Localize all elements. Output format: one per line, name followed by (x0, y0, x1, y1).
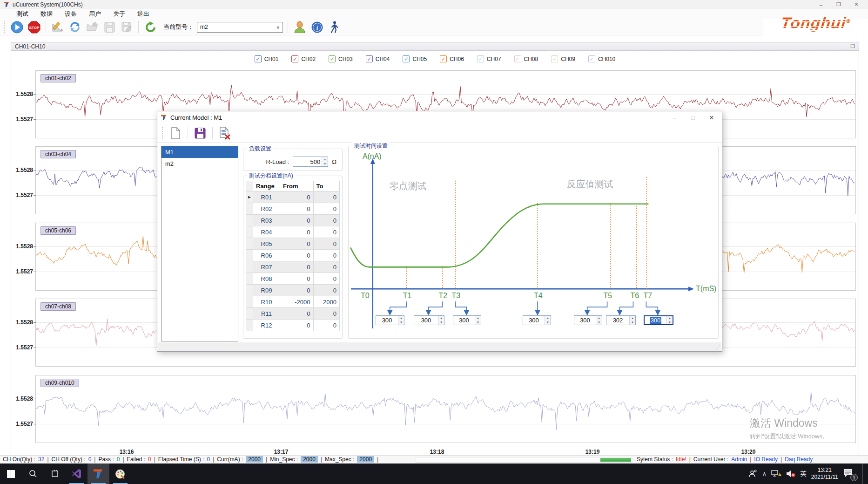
notification-center-button[interactable]: 1 (843, 468, 855, 479)
save-model-button[interactable] (193, 126, 207, 140)
edit-config-button[interactable] (51, 20, 65, 34)
rload-spin-arrows[interactable]: ▲ ▼ (322, 157, 328, 166)
model-list-item-m2[interactable]: m2 (161, 158, 238, 170)
refresh-button[interactable] (68, 20, 82, 34)
activation-watermark: 激活 Windows 转到“设置”以激活 Windows。 (750, 416, 828, 441)
spin-arrows[interactable]: ▲▼ (475, 316, 481, 325)
model-dropdown[interactable]: m2 ∨ (197, 22, 283, 33)
dialog-close-button[interactable]: ✕ (702, 111, 721, 123)
spin-up-icon: ▲ (398, 316, 404, 320)
timer-spinner-3[interactable]: 300▲▼ (453, 315, 481, 325)
ime-indicator[interactable]: 英 (801, 470, 807, 478)
menu-item-用户[interactable]: 用户 (83, 9, 107, 19)
range-row-R01[interactable]: ►R0100 (246, 191, 340, 203)
dialog-maximize-button[interactable]: □ (684, 111, 702, 123)
channel-checkbox-CH09[interactable]: ✓CH09 (551, 55, 575, 62)
spin-up-icon: ▲ (475, 316, 481, 320)
taskbar-app-button[interactable] (87, 464, 109, 484)
resize-grip-icon[interactable]: ⋰ (716, 345, 720, 350)
checkbox-icon: ✓ (514, 55, 521, 62)
taskbar-visualstudio-button[interactable] (66, 464, 87, 484)
dialog-title-bar[interactable]: Current Model : M1 (157, 111, 722, 124)
menu-item-数据[interactable]: 数据 (34, 9, 59, 19)
reload-model-button[interactable] (143, 20, 157, 34)
tray-chevron-icon[interactable]: ∧ (762, 470, 767, 477)
channel-checkbox-CH06[interactable]: ✓CH06 (440, 55, 464, 62)
range-row-R12[interactable]: R1200 (246, 320, 340, 331)
menu-item-测试[interactable]: 测试 (10, 9, 34, 19)
timer-value: 300 (650, 317, 662, 324)
taskbar-paint-button[interactable] (109, 464, 131, 484)
range-row-R09[interactable]: R0900 (246, 285, 340, 296)
minimize-button[interactable]: – (812, 0, 830, 9)
channel-checkbox-CH01[interactable]: ✓CH01 (255, 55, 279, 62)
menu-item-设备[interactable]: 设备 (59, 9, 83, 19)
menu-item-退出[interactable]: 退出 (131, 9, 155, 19)
spin-arrows[interactable]: ▲▼ (438, 316, 444, 325)
network-warning-icon[interactable]: ! (771, 470, 781, 478)
range-row-R02[interactable]: R0200 (246, 203, 340, 215)
taskbar-clock[interactable]: 13:21 2021/11/11 (811, 467, 838, 481)
channel-checkbox-CH05[interactable]: ✓CH05 (403, 55, 427, 62)
spin-arrows[interactable]: ▲▼ (666, 316, 673, 324)
float-window-icon[interactable]: ❐ (850, 43, 855, 49)
stop-button[interactable]: STOP (27, 20, 41, 34)
save-button[interactable] (102, 20, 116, 34)
range-row-R08[interactable]: R0800 (246, 273, 340, 285)
run-button[interactable] (10, 20, 24, 34)
people-icon[interactable] (748, 470, 758, 478)
y-tick-label: 1.5528 (13, 167, 33, 173)
rload-spinner[interactable]: 500 ▲ ▼ (293, 157, 328, 167)
spin-arrows[interactable]: ▲▼ (545, 316, 551, 325)
user-button[interactable] (293, 20, 307, 34)
info-button[interactable]: i (310, 20, 324, 34)
row-selector (246, 273, 253, 285)
save-as-button[interactable] (120, 20, 134, 34)
timer-spinner-1[interactable]: 300▲▼ (376, 315, 404, 325)
range-row-R05[interactable]: R0500 (246, 238, 340, 250)
timer-spinner-5[interactable]: 300▲▼ (574, 315, 602, 325)
exit-button[interactable] (327, 20, 341, 34)
channel-label: CH04 (376, 56, 390, 62)
range-row-R11[interactable]: R1100 (246, 308, 340, 320)
timer-spinner-6[interactable]: 302▲▼ (606, 315, 636, 325)
range-row-R03[interactable]: R0300 (246, 215, 340, 226)
column-header-From[interactable]: From (280, 181, 314, 191)
column-header-Range[interactable]: Range (253, 181, 280, 191)
channel-checkbox-CH010[interactable]: ✓CH010 (588, 55, 615, 62)
spin-arrows[interactable]: ▲▼ (629, 316, 635, 325)
open-button[interactable] (85, 20, 99, 34)
spin-arrows[interactable]: ▲▼ (398, 316, 404, 325)
spin-arrows[interactable]: ▲▼ (596, 316, 602, 325)
status-label: Failed : (127, 456, 145, 463)
menu-item-关于[interactable]: 关于 (107, 9, 131, 19)
timer-spinner-7[interactable]: 300▲▼ (644, 315, 673, 325)
channel-checkbox-CH03[interactable]: ✓CH03 (329, 55, 353, 62)
show-desktop-strip[interactable] (862, 464, 864, 484)
taskbar-search-button[interactable] (22, 464, 44, 484)
restore-button[interactable]: ❐ (830, 0, 848, 9)
channel-checkbox-CH04[interactable]: ✓CH04 (366, 55, 390, 62)
range-row-R10[interactable]: R10-20002000 (246, 296, 340, 308)
range-row-R07[interactable]: R0700 (246, 261, 340, 273)
column-header-To[interactable]: To (313, 181, 339, 191)
model-list-item-M1[interactable]: M1 (161, 146, 238, 158)
range-row-R04[interactable]: R0400 (246, 226, 340, 238)
delete-model-button[interactable] (218, 126, 232, 140)
volume-muted-icon[interactable] (786, 470, 796, 478)
checkbox-icon: ✓ (366, 55, 373, 62)
range-table[interactable]: RangeFromTo►R0100R0200R0300R0400R0500R06… (246, 181, 340, 331)
new-model-button[interactable] (168, 126, 182, 140)
start-button[interactable] (0, 464, 22, 484)
close-button[interactable]: ✕ (848, 0, 865, 9)
channel-checkbox-CH02[interactable]: ✓CH02 (291, 55, 316, 62)
timer-spinner-2[interactable]: 300▲▼ (414, 315, 444, 325)
range-row-R06[interactable]: R0600 (246, 250, 340, 261)
checkbox-icon: ✓ (329, 55, 336, 62)
timer-spinner-4[interactable]: 300▲▼ (523, 315, 551, 325)
channel-checkbox-CH08[interactable]: ✓CH08 (514, 55, 538, 62)
dialog-minimize-button[interactable]: – (665, 111, 684, 123)
task-view-button[interactable] (44, 464, 66, 484)
spin-down-icon: ▼ (475, 320, 481, 325)
channel-checkbox-CH07[interactable]: ✓CH07 (477, 55, 501, 62)
